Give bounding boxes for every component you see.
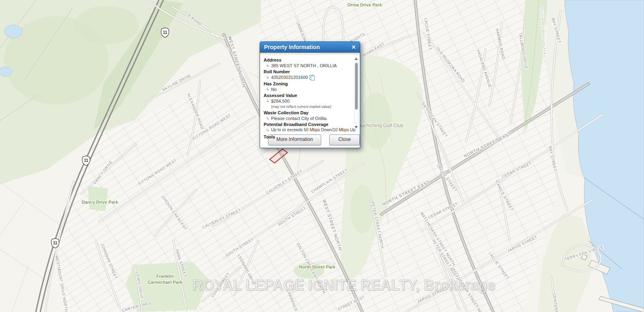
field-value: ↳ 435203031201600 [264,75,352,80]
svg-text:11: 11 [53,241,58,245]
park-label: North Street Park [299,264,336,269]
scroll-up-icon[interactable] [355,58,358,60]
field-label: Waste Collection Day [264,110,352,116]
return-arrow-icon: ↳ [266,63,269,68]
scrollbar-thumb[interactable] [355,63,358,110]
return-arrow-icon: ↳ [266,75,269,79]
tools-section-label[interactable]: Tools [264,134,352,139]
popup-scrollbar[interactable] [354,58,359,128]
svg-text:11: 11 [84,158,89,163]
highway-11-shield-icon: 11 [161,28,169,37]
highway-11-shield-icon: 11 [51,238,59,248]
copy-document-icon[interactable] [310,75,315,80]
return-arrow-icon: ↳ [266,128,269,132]
park-label: Dancy Drive Park [82,200,118,205]
field-value: ↳ Up to or exceeds 50 Mbps Down/10 Mbps … [264,128,352,132]
svg-text:11: 11 [163,30,167,35]
field-label: Address [264,58,352,63]
field-value: ↳ No [264,87,352,92]
park-label: Couchiching Golf Club [355,123,403,128]
scrollbar-track[interactable] [354,61,359,124]
field-label: Potential Broadband Coverage [264,122,352,127]
field-value: ↳ $284,500 (may not reflect current mark… [264,99,352,109]
close-icon[interactable]: ✕ [350,44,357,51]
map-viewport[interactable]: E ROADWEST STREET NORTHJAMIESONHEIGHTSRO… [0,0,644,312]
park-label: Orma Drive Park [347,2,382,7]
assessed-value-note: (may not reflect current market value) [271,104,331,109]
scroll-down-icon[interactable] [355,126,358,128]
field-value: ↳ 385 WEST ST NORTH , ORILLIA [264,63,352,68]
popup-body: Address ↳ 385 WEST ST NORTH , ORILLIA Ro… [260,54,360,133]
return-arrow-icon: ↳ [266,99,269,103]
field-value: ↳ Please contact City of Orillia. [264,116,352,121]
return-arrow-icon: ↳ [266,116,269,120]
highway-11-shield-icon: 11 [82,156,90,165]
return-arrow-icon: ↳ [266,87,269,91]
popup-title: Property Information [264,44,320,50]
field-label: Assessed Value [264,93,352,98]
popup-header[interactable]: Property Information ✕ [260,42,360,53]
field-label: Roll Number [264,69,352,74]
property-information-popup: Property Information ✕ Address ↳ 385 WES… [260,41,360,148]
field-label: Has Zoning [264,81,352,87]
